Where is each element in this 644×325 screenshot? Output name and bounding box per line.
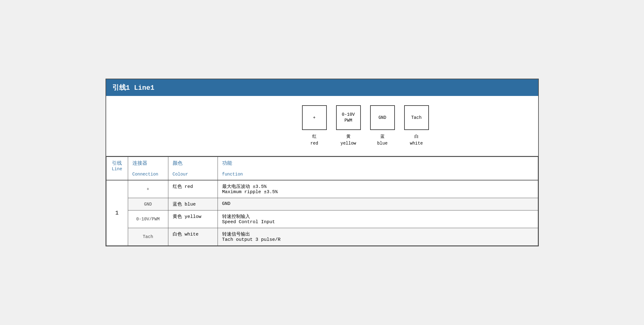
col-header-line-zh: 引线 bbox=[111, 160, 123, 167]
page-title: 引线1 Line1 bbox=[112, 84, 154, 92]
function-red-text: 最大电压波动 ±3.5% Maximum ripple ±3.5% bbox=[222, 184, 534, 195]
yellow-label-en: yellow bbox=[340, 141, 356, 146]
red-label-zh: 红 bbox=[312, 134, 317, 139]
yellow-label-zh: 黄 bbox=[346, 134, 351, 139]
table-section: 引线 Line 连接器 Connection 颜色 Colour 功能 func… bbox=[106, 157, 538, 246]
diagram-section: + 0-10VPWM GND Tach 红 red 黄 yellow 蓝 blu… bbox=[106, 96, 538, 157]
colour-red: 红色 red bbox=[168, 180, 218, 198]
white-label: 白 white bbox=[404, 133, 429, 147]
col-header-line: 引线 Line bbox=[106, 157, 128, 180]
connection-gnd: GND bbox=[128, 198, 168, 210]
table-row-1-tach: Tach 白色 white 转速信号输出 Tach output 3 pulse… bbox=[106, 228, 538, 246]
white-label-en: white bbox=[410, 141, 423, 146]
red-label-en: red bbox=[310, 141, 318, 146]
pwm-box: 0-10VPWM bbox=[336, 105, 361, 130]
colour-white: 白色 white bbox=[168, 228, 218, 246]
blue-label: 蓝 blue bbox=[370, 133, 395, 147]
line-number-1: 1 bbox=[106, 180, 128, 246]
connection-plus: + bbox=[128, 180, 168, 198]
colour-yellow: 黄色 yellow bbox=[168, 210, 218, 228]
col-header-function-zh: 功能 bbox=[222, 160, 534, 167]
blue-label-zh: 蓝 bbox=[380, 134, 385, 139]
function-gnd-text: GND bbox=[222, 201, 534, 206]
function-pwm-text: 转速控制输入 Speed Control Input bbox=[222, 214, 534, 225]
header-section: 引线1 Line1 bbox=[106, 79, 538, 96]
function-red: 最大电压波动 ±3.5% Maximum ripple ±3.5% bbox=[218, 180, 538, 198]
function-red-en: Maximum ripple ±3.5% bbox=[222, 189, 534, 195]
col-header-connection-en: Connection bbox=[132, 172, 164, 177]
main-table: 引线 Line 连接器 Connection 颜色 Colour 功能 func… bbox=[106, 157, 538, 246]
diagram-inner: + 0-10VPWM GND Tach 红 red 黄 yellow 蓝 blu… bbox=[302, 105, 429, 147]
connection-pwm: 0-10V/PWM bbox=[128, 210, 168, 228]
table-row-1-plus: 1 + 红色 red 最大电压波动 ±3.5% Maximum ripple ±… bbox=[106, 180, 538, 198]
tach-box: Tach bbox=[404, 105, 429, 130]
gnd-box: GND bbox=[370, 105, 395, 130]
function-tach: 转速信号输出 Tach output 3 pulse/R bbox=[218, 228, 538, 246]
col-header-function: 功能 function bbox=[218, 157, 538, 180]
red-label: 红 red bbox=[302, 133, 327, 147]
connector-labels: 红 red 黄 yellow 蓝 blue 白 white bbox=[302, 133, 429, 147]
col-header-line-en: Line bbox=[111, 167, 123, 171]
col-header-colour: 颜色 Colour bbox=[168, 157, 218, 180]
function-pwm-zh: 转速控制输入 bbox=[222, 214, 534, 219]
white-label-zh: 白 bbox=[414, 134, 419, 139]
function-pwm: 转速控制输入 Speed Control Input bbox=[218, 210, 538, 228]
col-header-function-en: function bbox=[222, 172, 534, 177]
col-header-connection: 连接器 Connection bbox=[128, 157, 168, 180]
yellow-label: 黄 yellow bbox=[336, 133, 361, 147]
col-header-colour-en: Colour bbox=[173, 172, 213, 177]
plus-box: + bbox=[302, 105, 327, 130]
main-container: 引线1 Line1 + 0-10VPWM GND Tach 红 red 黄 ye… bbox=[106, 79, 539, 247]
connection-tach: Tach bbox=[128, 228, 168, 246]
function-tach-text: 转速信号输出 Tach output 3 pulse/R bbox=[222, 231, 534, 242]
col-header-colour-zh: 颜色 bbox=[173, 160, 213, 167]
table-header-row: 引线 Line 连接器 Connection 颜色 Colour 功能 func… bbox=[106, 157, 538, 180]
colour-blue: 蓝色 blue bbox=[168, 198, 218, 210]
function-red-zh: 最大电压波动 ±3.5% bbox=[222, 184, 534, 189]
table-row-1-pwm: 0-10V/PWM 黄色 yellow 转速控制输入 Speed Control… bbox=[106, 210, 538, 228]
function-tach-en: Tach output 3 pulse/R bbox=[222, 237, 534, 242]
table-row-1-gnd: GND 蓝色 blue GND bbox=[106, 198, 538, 210]
blue-label-en: blue bbox=[377, 141, 388, 146]
function-tach-zh: 转速信号输出 bbox=[222, 231, 534, 237]
connector-boxes: + 0-10VPWM GND Tach bbox=[302, 105, 429, 130]
function-gnd: GND bbox=[218, 198, 538, 210]
col-header-connection-zh: 连接器 bbox=[132, 160, 164, 167]
function-gnd-zh: GND bbox=[222, 201, 534, 206]
function-pwm-en: Speed Control Input bbox=[222, 219, 534, 225]
